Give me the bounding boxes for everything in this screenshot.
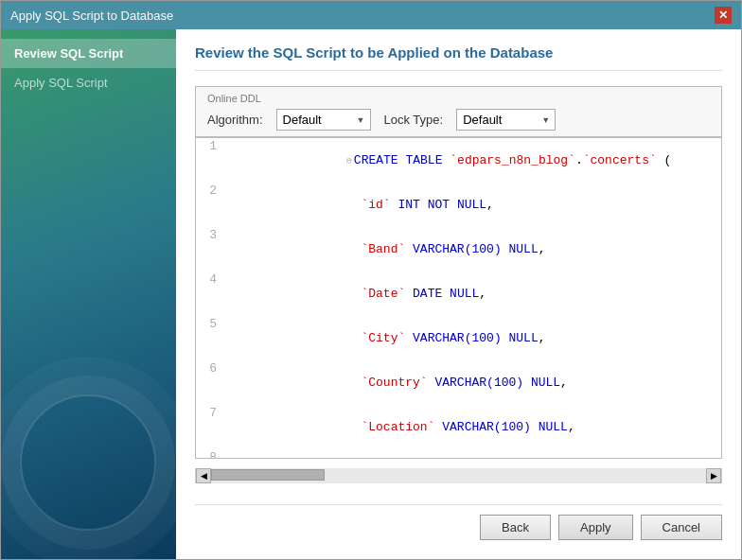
table-row: 7 `Location` VARCHAR(100) NULL,	[196, 405, 721, 449]
line-content: PRIMARY KEY (`id`));	[224, 449, 721, 459]
scroll-thumb[interactable]	[211, 469, 325, 481]
table-row: 8 PRIMARY KEY (`id`));	[196, 449, 721, 459]
close-button[interactable]: ✕	[715, 7, 732, 24]
table-row: 5 `City` VARCHAR(100) NULL,	[196, 316, 721, 360]
table-row: 4 `Date` DATE NULL,	[196, 271, 721, 316]
title-bar: Apply SQL Script to Database ✕	[1, 1, 741, 29]
main-content: Review the SQL Script to be Applied on t…	[176, 29, 741, 559]
scroll-left-arrow[interactable]: ◀	[196, 468, 211, 483]
sidebar-item-review[interactable]: Review SQL Script	[1, 39, 176, 68]
sql-dot: .	[575, 153, 583, 167]
line-number: 5	[196, 316, 224, 360]
sidebar: Review SQL Script Apply SQL Script	[1, 29, 176, 559]
sql-type: DATE	[413, 287, 450, 301]
back-button[interactable]: Back	[480, 515, 551, 540]
sidebar-item-apply[interactable]: Apply SQL Script	[1, 68, 176, 97]
scroll-right-arrow[interactable]: ▶	[706, 468, 721, 483]
line-content: `Location` VARCHAR(100) NULL,	[224, 405, 721, 449]
line-number: 4	[196, 271, 224, 316]
sql-editor[interactable]: 1 ⊖CREATE TABLE `edpars_n8n_blog`.`conce…	[195, 137, 722, 459]
algorithm-select[interactable]: Default INPLACE COPY	[276, 109, 371, 131]
apply-button[interactable]: Apply	[558, 515, 633, 540]
online-ddl-label: Online DDL	[207, 93, 710, 104]
line-number: 6	[196, 360, 224, 405]
sql-identifier: `edpars_n8n_blog`	[450, 153, 575, 167]
sidebar-item-review-label: Review SQL Script	[14, 46, 123, 61]
sql-comma: ,	[568, 420, 575, 434]
main-window: Apply SQL Script to Database ✕ Review SQ…	[0, 0, 742, 560]
sql-type: VARCHAR(100)	[434, 376, 530, 390]
sql-keyword: NOT NULL	[428, 198, 486, 212]
algorithm-label: Algorithm:	[207, 113, 263, 127]
sql-col: `Country`	[361, 376, 427, 390]
sql-keyword: CREATE TABLE	[354, 153, 450, 167]
line-number: 2	[196, 183, 224, 227]
collapse-icon: ⊖	[346, 156, 352, 166]
sql-comma: ,	[539, 242, 546, 256]
sql-col: `Date`	[361, 287, 405, 301]
sql-type: VARCHAR(100)	[442, 420, 538, 434]
sql-keyword: NULL	[531, 376, 560, 390]
sql-type: VARCHAR(100)	[413, 331, 508, 345]
table-row: 1 ⊖CREATE TABLE `edpars_n8n_blog`.`conce…	[196, 138, 721, 183]
line-content: `id` INT NOT NULL,	[224, 183, 721, 227]
cancel-button[interactable]: Cancel	[641, 515, 722, 540]
line-number: 8	[196, 449, 224, 459]
line-content: `Band` VARCHAR(100) NULL,	[224, 227, 721, 271]
sql-col: `City`	[361, 331, 405, 345]
line-content: `Date` DATE NULL,	[224, 271, 721, 316]
table-row: 2 `id` INT NOT NULL,	[196, 183, 721, 227]
ddl-options-row: Algorithm: Default INPLACE COPY Lock Typ…	[207, 109, 710, 131]
sql-comma: ,	[539, 331, 546, 345]
table-row: 6 `Country` VARCHAR(100) NULL,	[196, 360, 721, 405]
algorithm-select-wrapper: Default INPLACE COPY	[276, 109, 371, 131]
sql-table-name: `concerts`	[583, 153, 657, 167]
online-ddl-section: Online DDL Algorithm: Default INPLACE CO…	[195, 86, 722, 137]
sql-keyword: NULL	[508, 331, 538, 345]
sql-paren: (	[657, 153, 672, 167]
sql-type: VARCHAR(100)	[413, 242, 508, 256]
line-number: 3	[196, 227, 224, 271]
line-content: `Country` VARCHAR(100) NULL,	[224, 360, 721, 405]
line-number: 1	[196, 138, 224, 183]
table-row: 3 `Band` VARCHAR(100) NULL,	[196, 227, 721, 271]
sql-table: 1 ⊖CREATE TABLE `edpars_n8n_blog`.`conce…	[196, 138, 721, 459]
sql-comma: ,	[560, 376, 568, 390]
page-title: Review the SQL Script to be Applied on t…	[195, 44, 722, 71]
sql-keyword: NULL	[508, 242, 538, 256]
window-title: Apply SQL Script to Database	[10, 9, 173, 23]
sql-col: `Location`	[361, 420, 434, 434]
sql-comma: ,	[486, 198, 494, 212]
scroll-track[interactable]	[211, 468, 706, 483]
lock-type-select-wrapper: Default NONE SHARED EXCLUSIVE	[456, 109, 556, 131]
sql-col: `id`	[361, 198, 390, 212]
lock-type-label: Lock Type:	[384, 113, 444, 127]
bottom-bar: Back Apply Cancel	[195, 504, 722, 544]
sql-col: `Band`	[361, 242, 405, 256]
horizontal-scrollbar[interactable]: ◀ ▶	[195, 468, 722, 483]
sql-comma: ,	[479, 287, 486, 301]
sidebar-item-apply-label: Apply SQL Script	[14, 76, 108, 90]
line-content: `City` VARCHAR(100) NULL,	[224, 316, 721, 360]
sql-keyword: NULL	[450, 287, 479, 301]
sql-type: INT	[398, 198, 427, 212]
content-area: Review SQL Script Apply SQL Script Revie…	[1, 29, 741, 559]
line-content: ⊖CREATE TABLE `edpars_n8n_blog`.`concert…	[224, 138, 721, 183]
sql-keyword: NULL	[539, 420, 568, 434]
lock-type-select[interactable]: Default NONE SHARED EXCLUSIVE	[456, 109, 556, 131]
line-number: 7	[196, 405, 224, 449]
